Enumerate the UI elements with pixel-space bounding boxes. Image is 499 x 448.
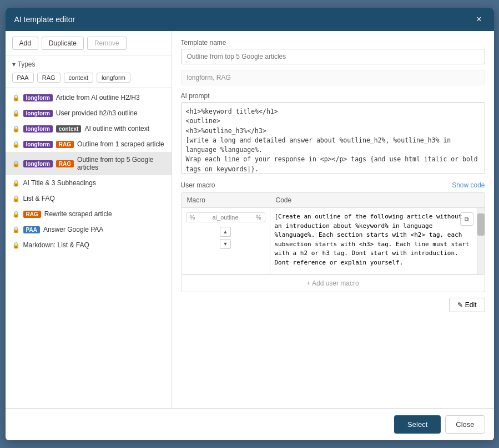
types-chevron-icon: ▾: [12, 60, 16, 68]
template-label: Outline from top 5 Google articles: [77, 156, 164, 171]
duplicate-button[interactable]: Duplicate: [42, 37, 84, 50]
modal-header: AI template editor ×: [6, 8, 494, 31]
badge-longform: longform: [23, 141, 53, 148]
left-toolbar: Add Duplicate Remove: [6, 31, 172, 56]
tag-rag[interactable]: RAG: [37, 73, 61, 83]
badge-rag: RAG: [23, 211, 41, 218]
add-button[interactable]: Add: [12, 37, 38, 50]
modal-body: Add Duplicate Remove ▾ Types PAA RAG con…: [6, 31, 494, 408]
template-item[interactable]: 🔒 PAA Answer Google PAA: [6, 222, 172, 237]
template-item[interactable]: 🔒 AI Title & 3 Subheadings: [6, 175, 172, 191]
lock-icon: 🔒: [12, 110, 20, 117]
macro-scrollbar-thumb: [477, 213, 485, 236]
template-item[interactable]: 🔒 RAG Rewrite scraped article: [6, 206, 172, 222]
template-name-label: Template name: [181, 39, 485, 47]
lock-icon: 🔒: [12, 180, 20, 187]
tag-longform[interactable]: longform: [97, 73, 130, 83]
macro-right: [Create an outline of the following arti…: [270, 208, 485, 274]
ai-prompt-section: AI prompt <h1><span class="prompt-purple…: [181, 92, 485, 176]
user-macro-header: User macro Show code: [181, 181, 485, 189]
types-section: ▾ Types PAA RAG context longform: [6, 56, 172, 88]
template-item-active[interactable]: 🔒 longform RAG Outline from top 5 Google…: [6, 152, 172, 175]
left-panel: Add Duplicate Remove ▾ Types PAA RAG con…: [6, 31, 172, 408]
template-label: Outline from 1 scraped article: [77, 140, 164, 148]
lock-icon: 🔒: [12, 242, 20, 249]
template-label: User provided h2/h3 outline: [56, 109, 138, 117]
macro-table-row: % ai_outline % ▲ ▼ [Create an outline of…: [182, 208, 485, 274]
macro-table-header: Macro Code: [182, 193, 485, 208]
macro-table: Macro Code % ai_outline % ▲: [181, 192, 485, 275]
macro-col1-header: Macro: [187, 196, 276, 204]
badge-rag: RAG: [56, 141, 74, 148]
macro-scrollbar[interactable]: [477, 208, 485, 274]
template-label: Article from AI outline H2/H3: [56, 94, 140, 101]
macro-name-value: ai_outline: [212, 214, 238, 221]
badge-paa: PAA: [23, 226, 40, 233]
remove-button[interactable]: Remove: [87, 37, 127, 50]
types-label: Types: [18, 60, 36, 68]
template-item[interactable]: 🔒 Markdown: List & FAQ: [6, 237, 172, 253]
template-label: Rewrite scraped article: [44, 210, 112, 218]
tag-paa[interactable]: PAA: [12, 73, 34, 83]
user-macro-section: User macro Show code Macro Code % ai_out…: [181, 181, 485, 400]
badge-rag: RAG: [56, 160, 74, 167]
badge-longform: longform: [23, 110, 53, 117]
lock-icon: 🔒: [12, 195, 20, 202]
template-item[interactable]: 🔒 List & FAQ: [6, 191, 172, 206]
lock-icon: 🔒: [12, 94, 20, 101]
edit-btn-row: ✎ Edit: [181, 298, 485, 312]
macro-percent-suffix: %: [256, 214, 261, 221]
user-macro-label: User macro: [181, 181, 215, 189]
edit-button[interactable]: ✎ Edit: [449, 298, 485, 312]
ai-template-editor-modal: AI template editor × Add Duplicate Remov…: [6, 8, 494, 440]
modal-footer: Select Close: [6, 408, 494, 440]
template-label: Markdown: List & FAQ: [23, 241, 89, 249]
template-label: Answer Google PAA: [43, 226, 104, 233]
types-header[interactable]: ▾ Types: [12, 60, 165, 68]
template-label: AI Title & 3 Subheadings: [23, 179, 96, 187]
macro-percent-prefix: %: [190, 214, 195, 221]
template-item[interactable]: 🔒 longform User provided h2/h3 outline: [6, 105, 172, 121]
macro-arrows: ▲ ▼: [220, 227, 231, 249]
modal-title: AI template editor: [14, 15, 75, 24]
badge-longform: longform: [23, 125, 53, 133]
badge-longform: longform: [23, 160, 53, 167]
ai-prompt-textarea[interactable]: <h1><span class="prompt-purple">%keyword…: [181, 102, 485, 174]
right-panel: Template name AI prompt <h1><span class=…: [172, 31, 494, 408]
badge-context: context: [56, 125, 82, 133]
ai-prompt-label: AI prompt: [181, 92, 485, 100]
macro-left: % ai_outline % ▲ ▼: [182, 208, 270, 274]
lock-icon: 🔒: [12, 211, 20, 218]
macro-col2-header: Code: [276, 196, 479, 204]
add-macro-bar[interactable]: + Add user macro: [181, 275, 485, 292]
lock-icon: 🔒: [12, 141, 20, 148]
types-tags: PAA RAG context longform: [12, 73, 165, 83]
badge-longform: longform: [23, 94, 53, 101]
template-item[interactable]: 🔒 longform context AI outline with conte…: [6, 121, 172, 136]
template-tags-input[interactable]: [181, 70, 485, 85]
macro-code-area[interactable]: [Create an outline of the following arti…: [270, 208, 477, 274]
close-footer-button[interactable]: Close: [445, 415, 485, 434]
template-label: AI outline with context: [84, 125, 149, 133]
arrow-up-button[interactable]: ▲: [220, 227, 231, 237]
tag-context[interactable]: context: [64, 73, 93, 83]
lock-icon: 🔒: [12, 125, 20, 133]
template-name-input[interactable]: [181, 49, 485, 64]
template-list: 🔒 longform Article from AI outline H2/H3…: [6, 88, 172, 408]
modal-close-button[interactable]: ×: [473, 13, 485, 26]
lock-icon: 🔒: [12, 226, 20, 233]
template-item[interactable]: 🔒 longform Article from AI outline H2/H3: [6, 90, 172, 105]
show-code-link[interactable]: Show code: [452, 181, 485, 189]
lock-icon: 🔒: [12, 160, 20, 167]
template-item[interactable]: 🔒 longform RAG Outline from 1 scraped ar…: [6, 136, 172, 152]
select-button[interactable]: Select: [394, 415, 441, 434]
template-label: List & FAQ: [23, 195, 55, 202]
macro-copy-button[interactable]: ⧉: [460, 212, 473, 226]
macro-input-wrap: % ai_outline %: [186, 212, 265, 222]
arrow-down-button[interactable]: ▼: [220, 239, 231, 249]
